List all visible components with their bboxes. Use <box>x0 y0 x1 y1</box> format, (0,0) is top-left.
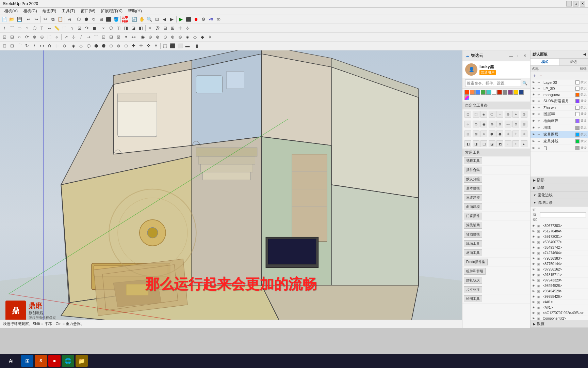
layer-eye-icon-3[interactable]: 👁 <box>532 99 537 103</box>
tb2-mono[interactable]: ◧ <box>137 25 145 32</box>
close-btn[interactable]: ✕ <box>580 1 585 6</box>
layer-item-su08[interactable]: 👁 ✏ SU08-衔浴窗月 拨设 <box>530 98 588 105</box>
tb2-hidden[interactable]: ◫ <box>115 25 122 32</box>
tb4-20[interactable]: ✜ <box>145 42 152 50</box>
tb-vr[interactable]: VR <box>207 16 215 23</box>
taskbar-sketchup-icon[interactable]: S <box>35 355 47 367</box>
tb3-3[interactable]: ○ <box>16 33 23 41</box>
comp-item-14[interactable]: 👁 ▣ <A#1> <box>530 300 588 305</box>
taskbar-red-icon[interactable]: ● <box>48 355 61 367</box>
tb4-5[interactable]: / <box>31 42 38 50</box>
tb2-xray[interactable]: X <box>100 25 107 32</box>
comp-eye-10[interactable]: 👁 <box>532 279 536 282</box>
window-controls[interactable]: — □ ✕ <box>566 1 585 6</box>
layer-eye-icon-1[interactable]: 👁 <box>532 87 537 90</box>
tb3-4[interactable]: ⟳ <box>23 33 31 41</box>
add-layer-btn[interactable]: + <box>532 73 537 78</box>
remove-layer-btn[interactable]: − <box>538 73 543 78</box>
tb3-18[interactable]: ⊷ <box>130 33 137 41</box>
tb3-17[interactable]: ✦ <box>122 33 130 41</box>
tb3-21[interactable]: ⊗ <box>154 33 161 41</box>
layer-eye-icon-5[interactable]: 👁 <box>532 112 537 116</box>
t21[interactable]: ⬣ <box>496 131 503 137</box>
tb3-1[interactable]: ⊡ <box>1 33 8 41</box>
t16[interactable]: ⊞ <box>521 121 527 127</box>
tb3-7[interactable]: ⬚ <box>46 33 53 41</box>
render-assist-btn[interactable]: 涂染辅助 <box>464 222 482 229</box>
tb3-27[interactable]: ◆ <box>199 33 206 41</box>
tb4-23[interactable]: ⬛ <box>169 42 176 50</box>
tb2-fog[interactable]: 🌫 <box>154 25 161 32</box>
comp-item-17[interactable]: 👁 ▣ Component#2> <box>530 316 588 320</box>
tb-select[interactable]: ⬡ <box>75 16 82 23</box>
tb3-11[interactable]: / <box>77 33 85 41</box>
comp-eye-13[interactable]: 👁 <box>532 295 536 298</box>
comp-eye-11[interactable]: 👁 <box>532 284 536 288</box>
tb4-11[interactable]: ◇ <box>77 42 85 50</box>
t26[interactable]: ◨ <box>473 140 479 147</box>
color-purple[interactable] <box>508 90 513 95</box>
filter-input[interactable] <box>540 212 586 217</box>
t23[interactable]: ✛ <box>512 131 519 137</box>
t32[interactable]: ▸ <box>521 140 527 147</box>
tb3-25[interactable]: ◈ <box>184 33 191 41</box>
tb-record[interactable]: ⏺ <box>192 16 200 23</box>
t15[interactable]: ⊝ <box>512 121 519 127</box>
comp-eye-16[interactable]: 👁 <box>532 311 536 315</box>
t18[interactable]: ⊠ <box>473 131 479 137</box>
tb-print[interactable]: 🖨 <box>66 16 73 23</box>
tb3-14[interactable]: ⊡ <box>100 33 107 41</box>
t7[interactable]: ✦ <box>512 111 519 118</box>
t25[interactable]: ◧ <box>464 140 471 147</box>
tb4-9[interactable]: ⊝ <box>61 42 68 50</box>
t10[interactable]: ⊙ <box>473 121 479 127</box>
taskbar-browser-icon[interactable]: 🌐 <box>62 355 74 367</box>
tb-cut[interactable]: ✂ <box>42 16 49 23</box>
tb2-circle[interactable]: ○ <box>23 25 31 32</box>
layer-color-10[interactable] <box>575 146 579 150</box>
color-gray[interactable] <box>503 90 507 95</box>
comp-eye-17[interactable]: 👁 <box>532 317 536 320</box>
layer-eye-icon-10[interactable]: 👁 <box>532 147 537 150</box>
values-header[interactable]: ▶ 数值 <box>530 320 588 327</box>
material-tool-btn[interactable]: 材面工具 <box>464 249 482 256</box>
comp-eye-9[interactable]: 👁 <box>532 273 536 277</box>
tab-mark[interactable]: 标记 <box>559 59 588 65</box>
layer-eye-icon[interactable]: 👁 <box>532 81 537 84</box>
color-cyan[interactable] <box>486 90 491 95</box>
tb4-3[interactable]: ⌒ <box>16 42 23 50</box>
tb-stop[interactable]: ⬛ <box>185 16 192 23</box>
dimension-btn[interactable]: 尺寸标注 <box>464 286 482 293</box>
menu-draw[interactable]: 绘图(R) <box>40 7 59 15</box>
window-plugin-btn[interactable]: 门窗插件 <box>464 213 482 219</box>
comp-item-15[interactable]: 👁 ▣ <A#1> <box>530 305 588 310</box>
layer-color-6[interactable] <box>575 119 579 123</box>
comp-item-0[interactable]: 👁 ▣ <50677303> <box>530 223 588 229</box>
color-orange[interactable] <box>470 90 475 95</box>
tb4-14[interactable]: ⬣ <box>100 42 107 50</box>
layer-color-0[interactable] <box>575 80 579 85</box>
tb4-22[interactable]: ⬚ <box>161 42 169 50</box>
menu-camera-v[interactable]: 相机(V) <box>1 7 20 15</box>
tab-mode[interactable]: 模式 <box>530 59 559 65</box>
comp-item-5[interactable]: 👁 ▣ <74274604> <box>530 250 588 256</box>
comp-item-6[interactable]: 👁 ▣ <79536383> <box>530 256 588 261</box>
assist-model-btn[interactable]: 辅助建模 <box>464 231 482 238</box>
tb-paint[interactable]: 🪣 <box>112 16 120 23</box>
tb-paste[interactable]: 📋 <box>56 16 64 23</box>
tb4-19[interactable]: ✛ <box>137 42 145 50</box>
t11[interactable]: ◉ <box>480 121 487 127</box>
menu-tools[interactable]: 工具(T) <box>59 7 78 15</box>
layer-item-lp3d[interactable]: 👁 ✏ LP_3D 拨设 <box>530 86 588 92</box>
layer-item-layer00[interactable]: 👁 ✏ Layer00 拨设 <box>530 79 588 86</box>
tb2-axes[interactable]: ✛ <box>176 25 184 32</box>
t30[interactable]: ◦ <box>505 140 511 147</box>
comp-eye-0[interactable]: 👁 <box>532 224 536 228</box>
tb3-16[interactable]: ⊠ <box>115 33 122 41</box>
layer-item-wall[interactable]: 👁 ✏ 墙线 拨设 <box>530 124 588 131</box>
zhiyun-min-btn[interactable]: — <box>508 53 514 59</box>
layers-scroll-left[interactable]: ◀ <box>583 52 586 57</box>
zhiyun-close-btn[interactable]: ✕ <box>522 53 527 59</box>
tb2-offset[interactable]: ⊡ <box>76 25 83 32</box>
t20[interactable]: ⬢ <box>489 131 495 137</box>
